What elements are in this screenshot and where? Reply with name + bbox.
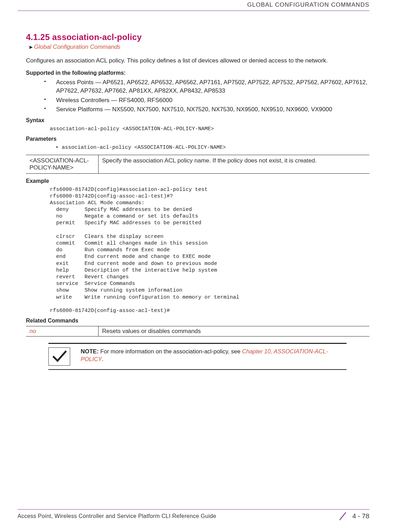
param-name-cell: <ASSOCIATION-ACL-POLICY-NAME>: [26, 155, 99, 173]
parameters-bullet: • association-acl-policy <ASSOCIATION-AC…: [55, 144, 369, 151]
table-row: <ASSOCIATION-ACL-POLICY-NAME> Specify th…: [26, 155, 369, 173]
footer-guide-title: Access Point, Wireless Controller and Se…: [18, 513, 216, 519]
note-box: NOTE: For more information on the associ…: [48, 343, 347, 370]
syntax-code: association-acl-policy <ASSOCIATION-ACL-…: [50, 126, 369, 132]
section-description: Configures an association ACL policy. Th…: [26, 57, 369, 65]
related-commands-table: no Resets values or disables commands: [26, 326, 369, 337]
footer-page-number: 4 - 78: [338, 512, 369, 521]
param-desc-cell: Specify the association ACL policy name.…: [99, 155, 370, 173]
breadcrumb-text: Global Configuration Commands: [34, 44, 121, 50]
page-number-text: 4 - 78: [352, 512, 369, 520]
syntax-heading: Syntax: [26, 117, 369, 124]
list-item: Access Points — AP6521, AP6522, AP6532, …: [44, 78, 369, 95]
platform-list: Access Points — AP6521, AP6522, AP6532, …: [26, 78, 369, 114]
page-footer: Access Point, Wireless Controller and Se…: [18, 509, 369, 521]
list-item: Service Platforms — NX5500, NX7500, NX75…: [44, 105, 369, 114]
related-heading: Related Commands: [26, 318, 369, 324]
supported-heading: Supported in the following platforms:: [26, 70, 369, 76]
parameters-table: <ASSOCIATION-ACL-POLICY-NAME> Specify th…: [26, 155, 369, 174]
related-desc-cell: Resets values or disables commands: [99, 326, 370, 337]
slash-icon: [338, 512, 347, 521]
related-cmd-link[interactable]: no: [29, 328, 36, 334]
running-head: GLOBAL CONFIGURATION COMMANDS: [247, 1, 369, 8]
breadcrumb[interactable]: ▶Global Configuration Commands: [26, 44, 369, 51]
footer-rule: [18, 509, 369, 510]
note-suffix: .: [102, 356, 104, 362]
section-title: 4.1.25 association-acl-policy: [26, 32, 369, 42]
checkmark-icon: [48, 347, 70, 366]
header-rule: [18, 11, 369, 11]
note-prefix: For more information on the association-…: [99, 348, 242, 354]
table-row: no Resets values or disables commands: [26, 326, 369, 337]
list-item: Wireless Controllers — RFS4000, RFS6000: [44, 96, 369, 105]
note-label: NOTE:: [81, 348, 99, 354]
example-heading: Example: [26, 178, 369, 184]
breadcrumb-arrow-icon: ▶: [29, 45, 33, 49]
svg-line-0: [340, 512, 346, 520]
related-cmd-cell[interactable]: no: [26, 326, 99, 337]
parameters-heading: Parameters: [26, 136, 369, 142]
note-rule-bottom: [48, 369, 347, 370]
example-code: rfs6000-81742D(config)#association-acl-p…: [50, 186, 369, 314]
note-text: NOTE: For more information on the associ…: [81, 347, 344, 366]
